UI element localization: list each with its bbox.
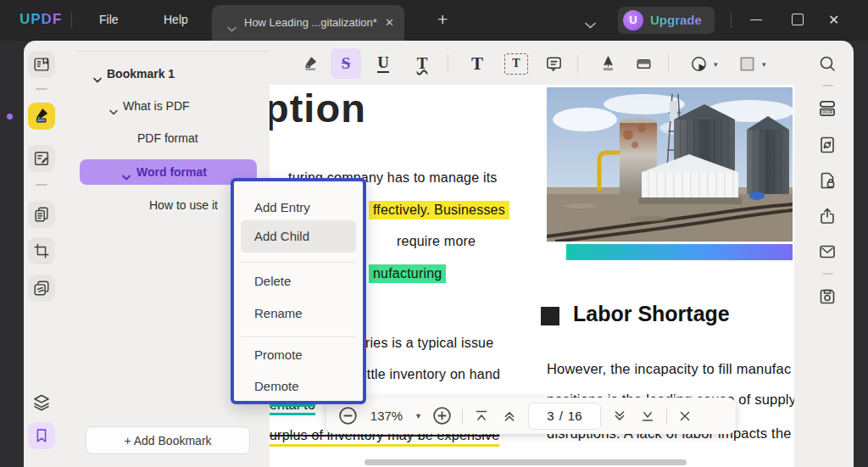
section-heading: Labor Shortage	[573, 302, 730, 326]
rail-divider-2	[36, 184, 47, 186]
previous-page-icon[interactable]	[500, 407, 519, 425]
updf-window: UPDF File Help How Leading ...gitalizati…	[0, 0, 868, 467]
sticky-note-icon[interactable]	[538, 48, 569, 79]
menu-divider	[241, 262, 356, 263]
updf-logo: UPDF	[19, 11, 62, 28]
save-icon[interactable]	[815, 285, 839, 309]
page-number-input[interactable]: 3 / 16	[528, 403, 601, 430]
chevron-down-icon[interactable]	[93, 71, 102, 86]
toolbar-separator	[448, 54, 448, 73]
menu-item-demote[interactable]: Demote	[254, 379, 299, 393]
bookmark-item-how-to-use[interactable]: How to use it	[149, 198, 218, 212]
toolbar-separator-2	[577, 54, 578, 73]
bookmark-item-root[interactable]: Bookmark 1	[107, 67, 175, 81]
add-bookmark-button[interactable]: + Add Bookmark	[86, 426, 250, 454]
ellipse-dropdown-caret[interactable]: ▾	[714, 60, 718, 69]
shape-rectangle-icon[interactable]	[732, 48, 762, 79]
tab-close-icon[interactable]: ✕	[385, 16, 394, 29]
rail-indicator-dot	[7, 114, 13, 120]
zoom-in-icon[interactable]	[431, 405, 453, 426]
zoom-toolbar: 137% ▼ 3 / 16	[326, 398, 736, 434]
strikethrough-icon[interactable]: S	[331, 48, 361, 79]
doc-text-highlighted-green: nufacturing	[369, 264, 446, 283]
search-icon[interactable]	[815, 52, 839, 75]
svg-text:OCR: OCR	[822, 109, 833, 114]
zoombar-separator	[462, 409, 463, 424]
new-tab-button[interactable]: +	[437, 9, 448, 30]
rail-divider-2	[822, 273, 833, 275]
stamp-icon[interactable]	[28, 275, 55, 302]
upgrade-button[interactable]: U Upgrade	[618, 7, 715, 34]
document-tab[interactable]: How Leading ...gitalization* ✕	[212, 5, 404, 41]
toolbar-separator-3	[668, 54, 669, 73]
menu-item-promote[interactable]: Promote	[254, 347, 303, 362]
bookmark-panel-icon[interactable]	[28, 422, 55, 449]
doc-text-line: require more	[397, 234, 476, 249]
first-page-icon[interactable]	[472, 407, 491, 425]
zoom-level[interactable]: 137%	[368, 409, 405, 423]
doc-text-line: ittle inventory on hand	[364, 367, 500, 382]
bookmark-context-menu: Add Entry Add Child Delete Rename Promot…	[231, 178, 366, 404]
organize-pages-icon[interactable]	[28, 201, 55, 228]
current-page: 3	[547, 409, 554, 423]
bookmark-item-label: Word format	[136, 165, 207, 179]
titlebar-separator-2	[731, 13, 732, 28]
chevron-down-icon[interactable]	[122, 170, 131, 183]
rectangle-dropdown-caret[interactable]: ▾	[762, 60, 766, 69]
add-text-icon[interactable]: T	[462, 48, 492, 79]
protect-icon[interactable]	[815, 169, 839, 192]
highlighter-icon[interactable]	[295, 48, 326, 79]
page-separator: /	[559, 409, 563, 423]
convert-icon[interactable]	[815, 133, 839, 157]
squiggly-underline-icon[interactable]: T	[407, 48, 437, 79]
doc-text-highlighted-yellow: ffectively. Businesses	[369, 201, 509, 220]
bookmark-item-what-is-pdf[interactable]: What is PDF	[123, 99, 190, 113]
help-menu[interactable]: Help	[164, 13, 188, 26]
rail-divider	[822, 85, 833, 86]
annotate-highlighter-icon[interactable]	[28, 103, 55, 130]
bookmark-item-pdf-format[interactable]: PDF format	[137, 131, 198, 145]
menu-item-add-entry[interactable]: Add Entry	[254, 200, 310, 214]
horizontal-scrollbar[interactable]	[364, 459, 687, 465]
zoom-dropdown-caret[interactable]: ▼	[415, 412, 422, 420]
tab-title: How Leading ...gitalization*	[244, 16, 377, 29]
menu-item-add-child[interactable]: Add Child	[254, 229, 309, 243]
text-box-icon[interactable]: T	[501, 48, 531, 79]
close-zoombar-icon[interactable]	[676, 408, 693, 425]
pencil-icon[interactable]	[593, 48, 623, 79]
tab-chevron-down-icon[interactable]	[227, 20, 236, 36]
titlebar: UPDF File Help How Leading ...gitalizati…	[0, 0, 868, 41]
minimize-button[interactable]: —	[750, 12, 762, 25]
file-menu[interactable]: File	[99, 13, 119, 26]
email-icon[interactable]	[815, 240, 839, 264]
reader-icon[interactable]	[28, 51, 55, 78]
accent-gradient-bar	[566, 244, 793, 260]
zoom-out-icon[interactable]	[337, 405, 359, 426]
doc-text-line: ries is a typical issue	[365, 336, 493, 351]
close-button[interactable]: ✕	[828, 12, 839, 28]
rail-divider	[36, 88, 47, 90]
user-avatar[interactable]: U	[623, 10, 643, 31]
grain-silos-photo	[547, 87, 793, 242]
layers-icon[interactable]	[28, 389, 55, 416]
share-icon[interactable]	[815, 204, 839, 228]
document-heading-fragment: ption	[270, 85, 366, 131]
section-bullet-square	[541, 307, 559, 325]
ocr-icon[interactable]: OCR	[815, 97, 839, 120]
menu-item-rename[interactable]: Rename	[254, 306, 303, 320]
edit-icon[interactable]	[28, 145, 55, 172]
total-pages: 16	[568, 409, 582, 423]
chevron-down-icon[interactable]	[109, 103, 118, 119]
last-page-icon[interactable]	[638, 407, 657, 425]
titlebar-separator	[71, 13, 72, 28]
next-page-icon[interactable]	[610, 407, 629, 425]
panel-divider	[77, 51, 270, 52]
shape-ellipse-icon[interactable]	[683, 48, 714, 79]
titlebar-chevron-down-icon[interactable]	[585, 17, 596, 32]
maximize-button[interactable]	[792, 14, 804, 25]
menu-item-delete[interactable]: Delete	[254, 274, 291, 288]
zoombar-separator-2	[666, 409, 667, 424]
underline-icon[interactable]: U	[368, 48, 398, 79]
crop-icon[interactable]	[28, 237, 55, 264]
eraser-icon[interactable]	[628, 48, 659, 79]
